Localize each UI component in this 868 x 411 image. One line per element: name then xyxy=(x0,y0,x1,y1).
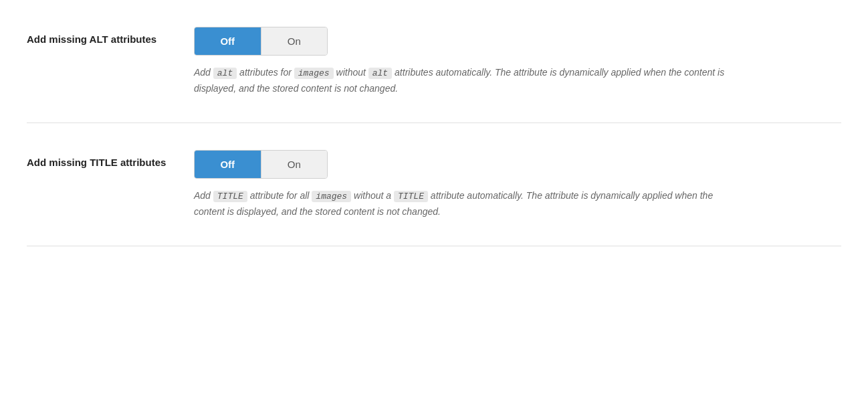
setting-label-title: Add missing TITLE attributes xyxy=(27,150,194,169)
code-alt-2: alt xyxy=(368,68,392,79)
code-images-1: images xyxy=(294,68,334,79)
toggle-on-alt[interactable]: On xyxy=(261,27,328,55)
setting-description-alt: Add alt attributes for images without al… xyxy=(194,65,729,96)
setting-content-title: Off On Add TITLE attribute for all image… xyxy=(194,150,841,219)
code-title-2: TITLE xyxy=(394,191,428,202)
setting-row-title: Add missing TITLE attributes Off On Add … xyxy=(27,123,841,246)
setting-label-alt: Add missing ALT attributes xyxy=(27,27,194,46)
setting-description-title: Add TITLE attribute for all images witho… xyxy=(194,188,729,219)
toggle-on-title[interactable]: On xyxy=(261,151,328,178)
settings-container: Add missing ALT attributes Off On Add al… xyxy=(0,0,868,246)
toggle-group-alt: Off On xyxy=(194,27,328,56)
toggle-off-title[interactable]: Off xyxy=(195,151,261,178)
setting-content-alt: Off On Add alt attributes for images wit… xyxy=(194,27,841,96)
code-alt-1: alt xyxy=(213,68,237,79)
toggle-group-title: Off On xyxy=(194,150,328,179)
code-title-1: TITLE xyxy=(213,191,247,202)
toggle-off-alt[interactable]: Off xyxy=(195,27,261,55)
code-images-2: images xyxy=(312,191,351,202)
setting-row-alt: Add missing ALT attributes Off On Add al… xyxy=(27,0,841,123)
